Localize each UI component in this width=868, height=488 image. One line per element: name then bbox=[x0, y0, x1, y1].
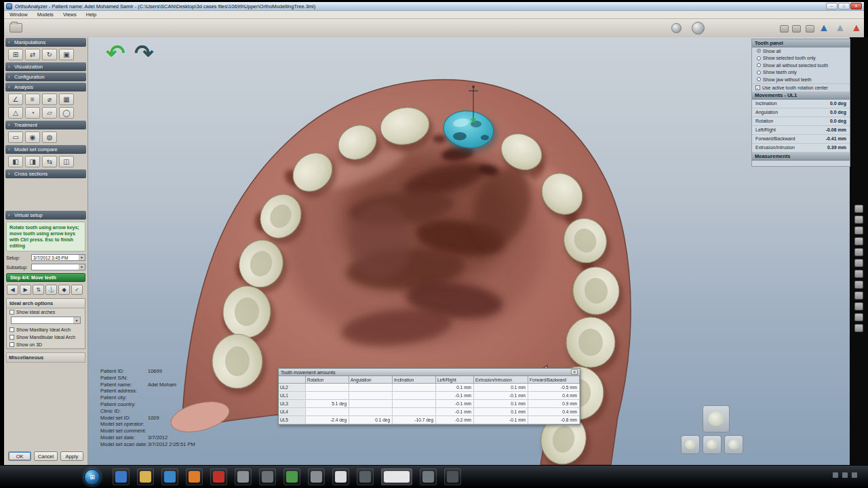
lateral-view-button[interactable] bbox=[724, 435, 743, 454]
taskbar-icon[interactable] bbox=[113, 468, 130, 485]
movement-table-titlebar[interactable]: Tooth movement amounts ✕ bbox=[279, 369, 580, 376]
setup-dropdown[interactable]: 3/7/2012 3:45 PM bbox=[31, 254, 85, 261]
model-orientation-button[interactable] bbox=[703, 405, 730, 432]
right-strip-icon[interactable] bbox=[854, 291, 863, 300]
table-row[interactable]: UL3 5.1 deg -0.1 mm 0.1 mm 0.9 mm bbox=[279, 400, 580, 408]
taskbar-icon[interactable] bbox=[444, 468, 461, 485]
sidebar-tool-icon[interactable]: ⌀ bbox=[42, 94, 57, 105]
setup-step-bar[interactable]: Step 4/4: Move teeth bbox=[6, 273, 85, 282]
setup-control-icon[interactable]: ▶ bbox=[20, 285, 31, 295]
model-thumb-icon-2[interactable] bbox=[792, 25, 801, 33]
sidebar-tool-icon[interactable]: △ bbox=[8, 107, 23, 119]
right-strip-icon[interactable] bbox=[854, 259, 863, 267]
right-strip-icon[interactable] bbox=[854, 205, 863, 213]
miscellaneous-header[interactable]: Miscellaneous bbox=[6, 352, 85, 363]
angulation-cell[interactable] bbox=[349, 392, 393, 400]
taskbar-icon[interactable] bbox=[161, 468, 178, 485]
inclination-cell[interactable] bbox=[393, 408, 436, 416]
ideal-arch-option-row[interactable]: Show on 3D bbox=[7, 341, 85, 348]
setup-control-icon[interactable]: ⇅ bbox=[33, 285, 44, 295]
sidebar-section-treatment[interactable]: Treatment bbox=[5, 121, 86, 129]
sidebar-tool-icon[interactable]: ▦ bbox=[59, 94, 74, 105]
sidebar-tool-icon[interactable]: ⊞ bbox=[8, 49, 23, 60]
checkbox-icon[interactable] bbox=[9, 342, 14, 347]
taskbar-icon[interactable] bbox=[235, 468, 252, 485]
left-right-cell[interactable]: 0.1 mm bbox=[436, 384, 474, 392]
left-right-cell[interactable]: -0.1 mm bbox=[436, 408, 474, 416]
checkbox-icon[interactable] bbox=[9, 335, 14, 340]
sidebar-section-manipulations[interactable]: Manipulations bbox=[5, 38, 86, 47]
tooth-label-cell[interactable]: UL3 bbox=[279, 400, 306, 408]
extrusion-cell[interactable]: 0.1 mm bbox=[474, 400, 528, 408]
setup-control-icon[interactable]: ◀ bbox=[7, 285, 18, 295]
extrusion-cell[interactable]: -0.1 mm bbox=[474, 416, 528, 424]
forward-cell[interactable]: 0.9 mm bbox=[528, 400, 580, 408]
triangle-logo-blue-icon[interactable]: ▲ bbox=[816, 20, 831, 35]
extrusion-cell[interactable]: -0.1 mm bbox=[474, 392, 528, 400]
menu-item[interactable]: Views bbox=[63, 12, 77, 18]
right-strip-icon[interactable] bbox=[854, 270, 863, 278]
sidebar-tool-icon[interactable]: ⇆ bbox=[42, 156, 57, 167]
menu-item[interactable]: Window bbox=[9, 12, 28, 18]
right-strip-icon[interactable] bbox=[854, 226, 863, 235]
checkbox-icon[interactable] bbox=[9, 327, 14, 332]
measurements-header[interactable]: Measurements bbox=[752, 152, 850, 161]
sidebar-section-configuration[interactable]: Configuration bbox=[5, 73, 86, 81]
forward-cell[interactable]: 0.4 mm bbox=[528, 392, 580, 400]
sidebar-tool-icon[interactable]: ∠ bbox=[8, 94, 23, 105]
rotation-cell[interactable] bbox=[306, 384, 349, 392]
tooth-label-cell[interactable]: UL1 bbox=[279, 392, 306, 400]
sidebar-tool-icon[interactable]: ▱ bbox=[42, 107, 57, 119]
sidebar-tool-icon[interactable]: ⇄ bbox=[25, 49, 40, 60]
menu-item[interactable]: Models bbox=[37, 12, 54, 18]
rotation-cell[interactable] bbox=[306, 392, 349, 400]
sidebar-tool-icon[interactable]: ≡ bbox=[25, 94, 40, 105]
right-strip-icon[interactable] bbox=[854, 248, 863, 256]
start-button[interactable]: ⊞ bbox=[84, 469, 100, 485]
sidebar-tool-icon[interactable]: ◔ bbox=[25, 107, 40, 119]
sidebar-tool-icon[interactable]: ▭ bbox=[8, 131, 23, 143]
table-row[interactable]: UL1 -0.1 mm -0.1 mm 0.4 mm bbox=[279, 392, 580, 400]
rotation-cell[interactable]: 5.1 deg bbox=[306, 400, 349, 408]
close-icon[interactable]: ✕ bbox=[571, 369, 578, 375]
left-right-cell[interactable]: -0.1 mm bbox=[436, 392, 474, 400]
maximize-button[interactable]: □ bbox=[838, 3, 850, 9]
radio-icon[interactable] bbox=[757, 63, 761, 67]
setup-control-icon[interactable]: ⚓ bbox=[45, 285, 57, 295]
taskbar-icon[interactable] bbox=[357, 468, 374, 485]
angulation-cell[interactable]: 0.1 deg bbox=[349, 416, 393, 424]
taskbar-icon[interactable] bbox=[308, 468, 325, 485]
orbit-view-icon[interactable] bbox=[692, 22, 705, 35]
checkbox-icon[interactable]: ✓ bbox=[755, 85, 760, 90]
right-strip-icon[interactable] bbox=[854, 324, 863, 332]
minimize-button[interactable]: – bbox=[826, 3, 837, 9]
inclination-cell[interactable] bbox=[393, 384, 436, 392]
tooth-label-cell[interactable]: UL5 bbox=[279, 416, 306, 424]
rotation-center-checkbox-row[interactable]: ✓ Use active tooth rotation center bbox=[752, 83, 850, 92]
inclination-cell[interactable] bbox=[393, 400, 436, 408]
rotation-cell[interactable]: -2.4 deg bbox=[306, 416, 349, 424]
tray-icon[interactable] bbox=[842, 472, 848, 478]
left-right-cell[interactable]: -0.2 mm bbox=[436, 416, 474, 424]
right-strip-icon[interactable] bbox=[854, 302, 863, 310]
frontal-view-button[interactable] bbox=[703, 435, 722, 454]
taskbar-icon[interactable] bbox=[420, 468, 437, 485]
forward-cell[interactable]: 0.4 mm bbox=[528, 408, 580, 416]
sidebar-tool-icon[interactable]: ◫ bbox=[59, 156, 74, 167]
dialog-button[interactable]: Cancel bbox=[34, 451, 57, 461]
undo-icon[interactable]: ↶ bbox=[106, 40, 127, 66]
tooth-visibility-radio[interactable]: Show all bbox=[752, 47, 850, 55]
radio-icon[interactable] bbox=[757, 49, 761, 53]
sphere-view-icon[interactable] bbox=[671, 23, 682, 33]
left-right-cell[interactable]: -0.1 mm bbox=[436, 400, 474, 408]
taskbar-icon[interactable] bbox=[381, 468, 412, 485]
arch-type-dropdown[interactable] bbox=[11, 317, 81, 324]
redo-icon[interactable]: ↷ bbox=[134, 40, 155, 66]
sidebar-section-virtual-setup[interactable]: Virtual setup bbox=[5, 211, 86, 220]
angulation-cell[interactable] bbox=[349, 408, 393, 416]
sidebar-section-analysis[interactable]: Analysis bbox=[5, 83, 86, 92]
dialog-button[interactable]: OK bbox=[8, 451, 31, 461]
radio-icon[interactable] bbox=[757, 56, 761, 60]
open-file-icon[interactable] bbox=[9, 23, 22, 33]
tray-icon[interactable] bbox=[833, 472, 838, 478]
